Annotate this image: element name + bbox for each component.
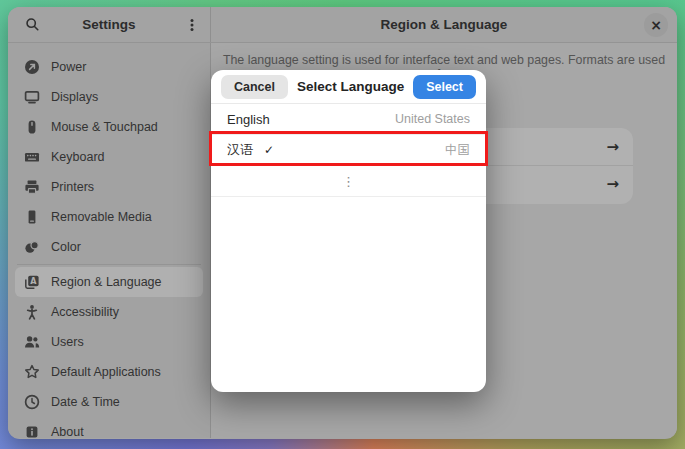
language-region: 中国 [445, 142, 470, 159]
sidebar-item-label: Printers [51, 180, 94, 194]
sidebar-item-users[interactable]: Users [15, 327, 203, 357]
sidebar-item-label: Keyboard [51, 150, 105, 164]
search-button[interactable] [20, 13, 44, 37]
sidebar-item-default-applications[interactable]: Default Applications [15, 357, 203, 387]
menu-button[interactable] [180, 13, 204, 37]
language-name: 汉语 [227, 141, 253, 159]
cancel-button[interactable]: Cancel [221, 75, 288, 99]
sidebar-item-label: Color [51, 240, 81, 254]
dialog-header: Cancel Select Language Select [211, 70, 486, 104]
settings-window: Settings Region & Language × [8, 7, 677, 439]
chevron-right-icon: → [606, 138, 619, 156]
select-language-dialog: Cancel Select Language Select English Un… [211, 70, 486, 392]
ellipsis-icon: ⋮ [342, 174, 355, 189]
sidebar-separator [17, 264, 201, 265]
kebab-menu-icon [185, 17, 199, 33]
sidebar-item-label: Displays [51, 90, 98, 104]
region-language-icon: A [24, 274, 40, 290]
sidebar-item-removable-media[interactable]: Removable Media [15, 202, 203, 232]
users-icon [24, 334, 40, 350]
desktop-wallpaper: Settings Region & Language × [0, 0, 685, 449]
language-option-english[interactable]: English United States [211, 104, 486, 135]
keyboard-icon [24, 149, 40, 165]
sidebar-item-label: Default Applications [51, 365, 161, 379]
language-region: United States [395, 112, 470, 126]
sidebar-item-label: Removable Media [51, 210, 152, 224]
language-name: English [227, 112, 270, 127]
content-header: Region & Language × [211, 7, 677, 42]
page-title: Region & Language [381, 17, 508, 32]
sidebar-item-label: Region & Language [51, 275, 162, 289]
sidebar-item-keyboard[interactable]: Keyboard [15, 142, 203, 172]
more-languages-expander[interactable]: ⋮ [211, 166, 486, 197]
sidebar-item-label: Accessibility [51, 305, 119, 319]
info-icon [24, 424, 40, 439]
sidebar-header: Settings [8, 7, 211, 42]
sidebar-item-printers[interactable]: Printers [15, 172, 203, 202]
sidebar-item-label: Power [51, 60, 86, 74]
svg-text:A: A [30, 277, 37, 286]
dialog-title: Select Language [297, 79, 404, 94]
removable-media-icon [24, 209, 40, 225]
search-icon [25, 17, 40, 32]
star-icon [24, 364, 40, 380]
sidebar: Power Displays Mouse & Touchpad [8, 43, 211, 438]
select-button[interactable]: Select [413, 75, 476, 99]
sidebar-item-accessibility[interactable]: Accessibility [15, 297, 203, 327]
sidebar-item-color[interactable]: Color [15, 232, 203, 262]
sidebar-item-label: Mouse & Touchpad [51, 120, 158, 134]
language-option-chinese[interactable]: 汉语 ✓ 中国 [211, 135, 486, 166]
power-icon [24, 59, 40, 75]
close-button[interactable]: × [644, 13, 668, 37]
sidebar-title: Settings [82, 17, 135, 32]
accessibility-icon [24, 304, 40, 320]
color-icon [24, 239, 40, 255]
sidebar-item-about[interactable]: About [15, 417, 203, 439]
sidebar-item-power[interactable]: Power [15, 52, 203, 82]
header-bar: Settings Region & Language × [8, 7, 677, 43]
chevron-right-icon: → [606, 175, 619, 193]
displays-icon [24, 89, 40, 105]
sidebar-item-label: Users [51, 335, 84, 349]
printer-icon [24, 179, 40, 195]
clock-icon [24, 394, 40, 410]
sidebar-item-region-language[interactable]: A Region & Language [15, 267, 203, 297]
check-icon: ✓ [264, 143, 274, 157]
mouse-icon [24, 119, 40, 135]
sidebar-item-displays[interactable]: Displays [15, 82, 203, 112]
sidebar-item-label: About [51, 425, 84, 439]
sidebar-item-mouse-touchpad[interactable]: Mouse & Touchpad [15, 112, 203, 142]
sidebar-item-date-time[interactable]: Date & Time [15, 387, 203, 417]
sidebar-item-label: Date & Time [51, 395, 120, 409]
